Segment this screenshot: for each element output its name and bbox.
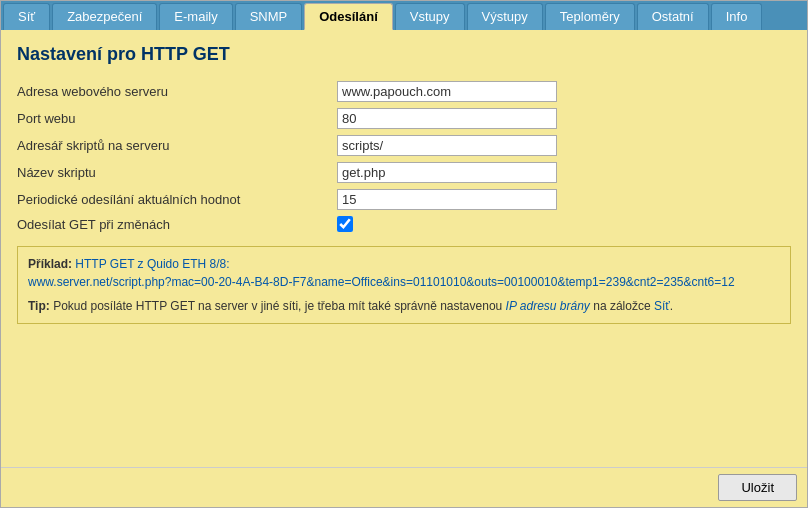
example-line: Příklad: HTTP GET z Quido ETH 8/8: bbox=[28, 255, 780, 273]
form-row-periodic: Periodické odesílání aktuálních hodnot bbox=[17, 189, 791, 210]
checkbox-onchange[interactable] bbox=[337, 216, 353, 232]
form-row-server: Adresa webového serveru bbox=[17, 81, 791, 102]
content-area: Nastavení pro HTTP GET Adresa webového s… bbox=[1, 30, 807, 467]
tab-ostatni[interactable]: Ostatní bbox=[637, 3, 709, 30]
input-server[interactable] bbox=[337, 81, 557, 102]
tab-vstupy[interactable]: Vstupy bbox=[395, 3, 465, 30]
tip-label: Tip: bbox=[28, 299, 50, 313]
tip-end: . bbox=[670, 299, 673, 313]
page-title: Nastavení pro HTTP GET bbox=[17, 44, 791, 65]
form-row-port: Port webu bbox=[17, 108, 791, 129]
input-scripts[interactable] bbox=[337, 135, 557, 156]
tab-odesilani[interactable]: Odesílání bbox=[304, 3, 393, 30]
form-row-script-name: Název skriptu bbox=[17, 162, 791, 183]
input-script-name[interactable] bbox=[337, 162, 557, 183]
input-port[interactable] bbox=[337, 108, 557, 129]
tip-text: Pokud posíláte HTTP GET na server v jiné… bbox=[53, 299, 502, 313]
tip-line: Tip: Pokud posíláte HTTP GET na server v… bbox=[28, 297, 780, 315]
tab-snmp[interactable]: SNMP bbox=[235, 3, 303, 30]
tab-sit[interactable]: Síť bbox=[3, 3, 50, 30]
app-window: Síť Zabezpečení E-maily SNMP Odesílání V… bbox=[0, 0, 808, 508]
tab-emaily[interactable]: E-maily bbox=[159, 3, 232, 30]
tab-bar: Síť Zabezpečení E-maily SNMP Odesílání V… bbox=[1, 1, 807, 30]
input-periodic[interactable] bbox=[337, 189, 557, 210]
info-box: Příklad: HTTP GET z Quido ETH 8/8: www.s… bbox=[17, 246, 791, 324]
label-script-name: Název skriptu bbox=[17, 165, 337, 180]
tab-teplomery[interactable]: Teploměry bbox=[545, 3, 635, 30]
example-label: Příklad: bbox=[28, 257, 72, 271]
tab-info[interactable]: Info bbox=[711, 3, 763, 30]
tip-italic: IP adresu brány bbox=[506, 299, 590, 313]
label-periodic: Periodické odesílání aktuálních hodnot bbox=[17, 192, 337, 207]
label-onchange: Odesílat GET při změnách bbox=[17, 217, 337, 232]
label-server: Adresa webového serveru bbox=[17, 84, 337, 99]
tab-vystupy[interactable]: Výstupy bbox=[467, 3, 543, 30]
example-link-text: HTTP GET z Quido ETH 8/8: bbox=[75, 257, 229, 271]
example-url: www.server.net/script.php?mac=00-20-4A-B… bbox=[28, 273, 780, 291]
tip-suffix: na záložce bbox=[593, 299, 650, 313]
form-row-scripts: Adresář skriptů na serveru bbox=[17, 135, 791, 156]
save-button[interactable]: Uložit bbox=[718, 474, 797, 501]
label-port: Port webu bbox=[17, 111, 337, 126]
tip-link: Síť bbox=[654, 299, 670, 313]
tab-zabezpeceni[interactable]: Zabezpečení bbox=[52, 3, 157, 30]
footer: Uložit bbox=[1, 467, 807, 507]
form-row-onchange: Odesílat GET při změnách bbox=[17, 216, 791, 232]
label-scripts: Adresář skriptů na serveru bbox=[17, 138, 337, 153]
